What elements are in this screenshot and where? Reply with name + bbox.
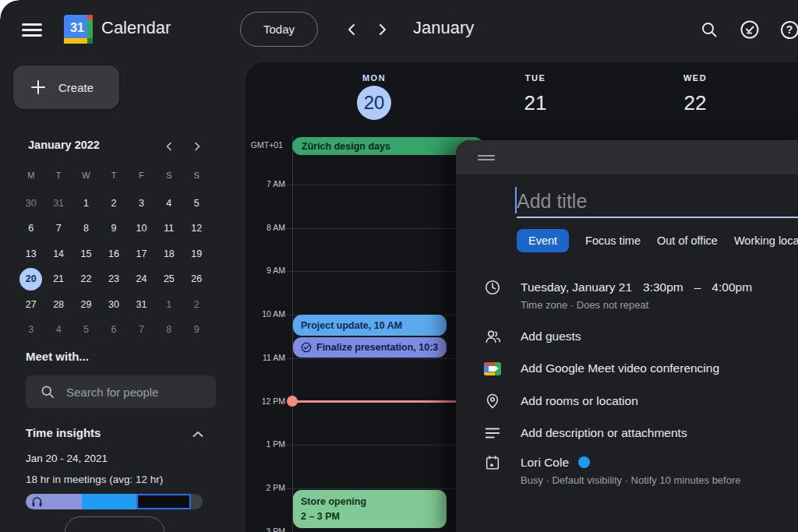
mini-calendar-day[interactable]: 30 bbox=[17, 191, 44, 217]
mini-calendar-day[interactable]: 3 bbox=[128, 191, 155, 217]
event-chip-project-update[interactable]: Project update, 10 AM bbox=[293, 315, 447, 336]
mini-calendar-day[interactable]: 4 bbox=[155, 191, 182, 217]
insights-bar[interactable] bbox=[26, 494, 203, 509]
insights-date-range: Jan 20 - 24, 2021 bbox=[26, 453, 108, 464]
tab-working-location[interactable]: Working location bbox=[734, 229, 798, 252]
mini-calendar-day[interactable]: 23 bbox=[100, 266, 127, 292]
main-menu-icon[interactable] bbox=[22, 23, 42, 37]
timezone-label: GMT+01 bbox=[245, 140, 283, 150]
mini-calendar-day[interactable]: 19 bbox=[183, 241, 210, 267]
mini-calendar-day[interactable]: 29 bbox=[72, 292, 100, 318]
day-number[interactable]: 21 bbox=[457, 86, 613, 120]
top-bar: 31 Calendar Today January ? bbox=[0, 0, 798, 59]
mini-calendar-day[interactable]: 18 bbox=[155, 241, 182, 267]
add-description-row[interactable]: Add description or attachments bbox=[483, 424, 792, 442]
mini-calendar-day[interactable]: 5 bbox=[183, 191, 210, 217]
previous-period-icon[interactable] bbox=[343, 20, 362, 39]
drag-handle-icon bbox=[478, 155, 495, 160]
mini-calendar-next-icon[interactable] bbox=[189, 138, 206, 155]
mini-calendar-day[interactable]: 13 bbox=[17, 241, 44, 267]
add-meet-label: Add Google Meet video conferencing bbox=[521, 359, 719, 377]
mini-calendar-day[interactable]: 22 bbox=[72, 266, 100, 292]
help-icon[interactable]: ? bbox=[779, 19, 798, 40]
mini-calendar-day[interactable]: 1 bbox=[72, 191, 100, 217]
next-period-icon[interactable] bbox=[373, 20, 391, 39]
mini-calendar-day[interactable]: 16 bbox=[100, 241, 127, 267]
mini-calendar-day[interactable]: 31 bbox=[128, 292, 155, 318]
day-column-divider bbox=[292, 136, 293, 532]
mini-calendar-day[interactable]: 8 bbox=[155, 317, 182, 343]
mini-calendar-day[interactable]: 31 bbox=[44, 191, 72, 217]
mini-calendar-day[interactable]: 12 bbox=[183, 216, 210, 241]
today-button[interactable]: Today bbox=[240, 12, 318, 47]
event-creation-dialog: Add title EventFocus timeOut of officeWo… bbox=[456, 140, 798, 532]
tab-out-of-office[interactable]: Out of office bbox=[657, 229, 718, 252]
time-insights-heading: Time insights bbox=[26, 426, 101, 439]
mini-calendar-day[interactable]: 7 bbox=[128, 317, 155, 343]
mini-calendar-day[interactable]: 28 bbox=[44, 292, 72, 318]
mini-calendar-day[interactable]: 26 bbox=[183, 266, 210, 292]
event-title: Project update, 10 AM bbox=[301, 320, 402, 331]
event-chip-store-opening[interactable]: Store opening 2 – 3 PM bbox=[293, 490, 447, 528]
mini-calendar-day[interactable]: 21 bbox=[44, 266, 72, 292]
event-title: Zürich design days bbox=[302, 141, 390, 152]
create-button[interactable]: Create bbox=[13, 65, 119, 109]
mini-calendar-day[interactable]: 6 bbox=[100, 317, 127, 343]
mini-calendar-day[interactable]: 27 bbox=[17, 292, 44, 318]
mini-calendar-day[interactable]: 25 bbox=[155, 266, 182, 292]
mini-calendar-day[interactable]: 2 bbox=[183, 292, 210, 318]
mini-calendar-day[interactable]: 15 bbox=[72, 241, 100, 267]
weekday-header: T bbox=[100, 165, 127, 185]
all-day-event-chip[interactable]: Zürich design days bbox=[292, 137, 483, 155]
weekday-header: F bbox=[128, 165, 155, 185]
clock-icon bbox=[483, 278, 502, 297]
mini-calendar-day[interactable]: 20 bbox=[17, 266, 44, 292]
mini-calendar-title: January 2022 bbox=[28, 139, 100, 151]
chevron-up-icon[interactable] bbox=[189, 426, 207, 442]
guests-icon bbox=[483, 327, 502, 346]
mini-calendar-day[interactable]: 9 bbox=[100, 216, 127, 241]
mini-calendar-day[interactable]: 2 bbox=[100, 191, 127, 217]
hour-label: 12 PM bbox=[245, 396, 285, 406]
tasks-icon[interactable] bbox=[740, 19, 760, 40]
event-chip-finalize-presentation[interactable]: Finalize presentation, 10:3 bbox=[293, 337, 447, 358]
current-time-line bbox=[292, 400, 461, 403]
event-title-input[interactable]: Add title bbox=[517, 185, 798, 217]
selected-day-number[interactable]: 20 bbox=[357, 86, 391, 120]
mini-calendar-day[interactable]: 3 bbox=[17, 317, 44, 343]
description-lines-icon bbox=[483, 424, 502, 442]
calendar-color-dot[interactable] bbox=[578, 456, 590, 468]
search-for-people-input[interactable]: Search for people bbox=[26, 375, 216, 408]
mini-calendar-day[interactable]: 6 bbox=[17, 216, 44, 241]
search-icon[interactable] bbox=[699, 19, 719, 40]
add-guests-row[interactable]: Add guests bbox=[483, 327, 792, 346]
weekday-header: S bbox=[155, 165, 182, 185]
more-insights-button[interactable] bbox=[65, 516, 164, 532]
mini-calendar-day[interactable]: 5 bbox=[72, 317, 100, 343]
add-guests-label: Add guests bbox=[521, 327, 581, 345]
insights-summary: 18 hr in meetings (avg: 12 hr) bbox=[26, 474, 163, 485]
remaining-segment bbox=[136, 494, 191, 509]
mini-calendar-day[interactable]: 1 bbox=[155, 292, 182, 318]
mini-calendar-day[interactable]: 11 bbox=[155, 216, 182, 241]
day-number[interactable]: 22 bbox=[617, 86, 773, 120]
tab-focus-time[interactable]: Focus time bbox=[585, 229, 641, 252]
mini-calendar-day[interactable]: 7 bbox=[44, 216, 72, 241]
mini-calendar-day[interactable]: 30 bbox=[100, 292, 127, 318]
mini-calendar-day[interactable]: 24 bbox=[128, 266, 155, 292]
headphones-icon bbox=[31, 496, 43, 510]
mini-calendar-day[interactable]: 14 bbox=[44, 241, 72, 267]
mini-calendar-day[interactable]: 4 bbox=[44, 317, 72, 343]
add-meet-row[interactable]: Add Google Meet video conferencing bbox=[483, 359, 792, 378]
datetime-row[interactable]: Tuesday, January 21 3:30pm – 4:00pm Time… bbox=[483, 278, 792, 313]
dialog-drag-bar[interactable] bbox=[456, 140, 798, 174]
mini-calendar-day[interactable]: 17 bbox=[128, 241, 155, 267]
add-location-row[interactable]: Add rooms or location bbox=[483, 392, 792, 410]
mini-calendar-day[interactable]: 8 bbox=[72, 216, 100, 241]
mini-calendar-day[interactable]: 10 bbox=[128, 216, 155, 241]
calendar-owner-row[interactable]: Lori Cole Busy · Default visibility · No… bbox=[483, 453, 792, 488]
mini-calendar-day[interactable]: 9 bbox=[183, 317, 210, 343]
tab-event[interactable]: Event bbox=[517, 229, 569, 252]
mini-calendar-prev-icon[interactable] bbox=[161, 138, 178, 155]
current-time-dot bbox=[287, 396, 298, 407]
